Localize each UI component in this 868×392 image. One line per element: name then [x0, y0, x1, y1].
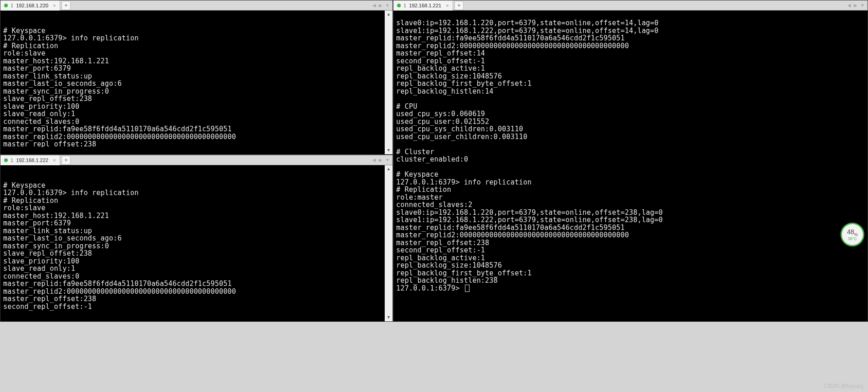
plus-icon: +	[457, 2, 460, 9]
nav-right-icon[interactable]: ▶	[378, 157, 383, 162]
nav-left-icon[interactable]: ◀	[846, 3, 852, 8]
tab-bar: 1 192.168.1.220 × + ◀ ▶ ▼	[0, 0, 393, 11]
add-tab-button[interactable]: +	[61, 1, 71, 10]
tab-nav: ◀ ▶ ▼	[371, 3, 393, 8]
cpu-temp: 36°C	[848, 236, 857, 241]
terminal-pane-right: 1 192.168.1.221 × + ◀ ▶ ▼ slave0:ip=192.…	[393, 0, 868, 322]
tab-index: 1	[11, 157, 13, 163]
tab-index: 1	[404, 3, 406, 8]
plus-icon: +	[64, 157, 67, 163]
scroll-track[interactable]	[385, 18, 393, 146]
scrollbar[interactable]: ▲ ▼	[385, 11, 393, 154]
status-dot-icon	[4, 158, 8, 162]
nav-left-icon[interactable]: ◀	[371, 3, 377, 8]
terminal-pane-left-bottom: 1 192.168.1.222 × + ◀ ▶ ▼ # Keyspace 127…	[0, 155, 393, 322]
tab-bar: 1 192.168.1.222 × + ◀ ▶ ▼	[0, 155, 393, 165]
tab-nav: ◀ ▶ ▼	[371, 157, 393, 162]
terminal-output[interactable]: # Keyspace 127.0.0.1:6379> info replicat…	[0, 172, 385, 314]
nav-down-icon[interactable]: ▼	[384, 157, 391, 162]
tab-host: 192.168.1.222	[16, 157, 48, 163]
status-dot-icon	[397, 4, 401, 7]
terminal-tab[interactable]: 1 192.168.1.220 ×	[0, 0, 60, 11]
status-dot-icon	[4, 4, 8, 7]
close-icon[interactable]: ×	[446, 3, 448, 8]
terminal-pane-left-top: 1 192.168.1.220 × + ◀ ▶ ▼ # Keyspace 127…	[0, 0, 393, 155]
nav-right-icon[interactable]: ▶	[378, 3, 383, 8]
tab-host: 192.168.1.221	[409, 3, 441, 8]
scrollbar[interactable]: ▲ ▼	[385, 165, 393, 321]
scroll-down-icon[interactable]: ▼	[385, 314, 393, 321]
scroll-track[interactable]	[385, 173, 393, 314]
nav-right-icon[interactable]: ▶	[853, 3, 858, 8]
plus-icon: +	[64, 2, 67, 9]
close-icon[interactable]: ×	[53, 3, 55, 8]
tab-nav: ◀ ▶ ▼	[846, 3, 868, 8]
nav-left-icon[interactable]: ◀	[371, 157, 377, 162]
terminal-tab[interactable]: 1 192.168.1.222 ×	[0, 155, 60, 165]
close-icon[interactable]: ×	[53, 157, 55, 163]
scroll-up-icon[interactable]: ▲	[385, 165, 393, 173]
tab-index: 1	[11, 3, 13, 8]
terminal-output[interactable]: # Keyspace 127.0.0.1:6379> info replicat…	[0, 17, 385, 147]
terminal-tab[interactable]: 1 192.168.1.221 ×	[393, 0, 453, 11]
tab-host: 192.168.1.220	[16, 3, 48, 8]
scroll-up-icon[interactable]: ▲	[385, 11, 393, 18]
system-monitor-widget[interactable]: 48% 36°C	[840, 223, 864, 246]
scroll-down-icon[interactable]: ▼	[385, 146, 393, 154]
watermark: CSDN @lvyuanj	[824, 383, 863, 389]
terminal-output[interactable]: slave0:ip=192.168.1.220,port=6379,state=…	[393, 17, 868, 314]
tab-bar: 1 192.168.1.221 × + ◀ ▶ ▼	[393, 0, 868, 11]
nav-down-icon[interactable]: ▼	[859, 3, 866, 8]
add-tab-button[interactable]: +	[61, 156, 71, 165]
nav-down-icon[interactable]: ▼	[384, 3, 391, 8]
cpu-percent: 48%	[847, 228, 858, 237]
add-tab-button[interactable]: +	[454, 1, 464, 10]
